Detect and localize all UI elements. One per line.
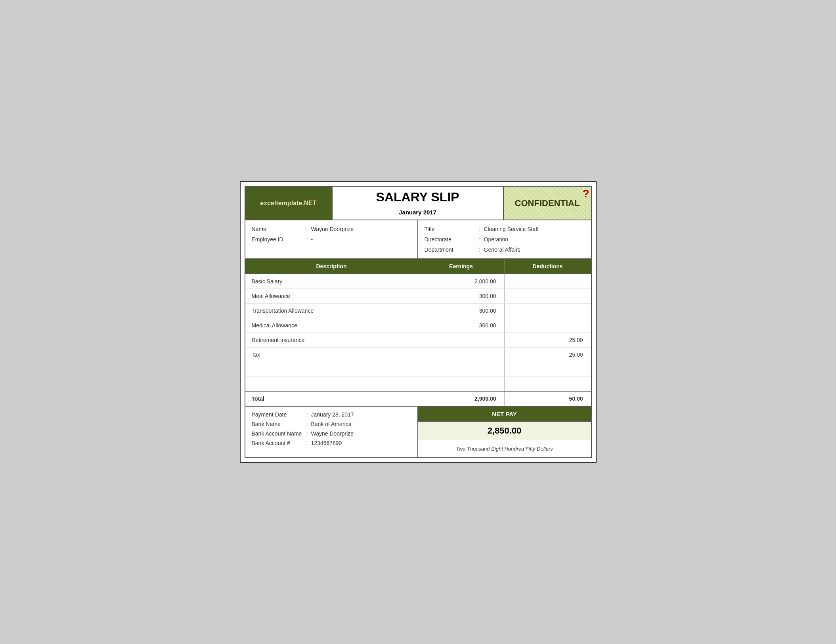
description-header: Description: [245, 259, 418, 273]
employee-id-label: Employee ID: [252, 236, 303, 243]
row-earnings-3: 300.00: [418, 318, 505, 333]
logo: exceltemplate.NET: [245, 187, 333, 220]
bank-account-number-row: Bank Account # : 1234567890: [252, 440, 411, 446]
total-row: Total 2,900.00 50.00: [245, 392, 591, 407]
deductions-header: Deductions: [505, 259, 591, 273]
bottom-section: Payment Date : January 28, 2017 Bank Nam…: [245, 407, 591, 457]
department-value: General Affairs: [484, 247, 520, 253]
bank-account-number-label: Bank Account #: [252, 440, 303, 446]
employee-info-section: Name : Wayne Doorprize Employee ID : - T…: [245, 220, 591, 259]
bank-account-name-row: Bank Account Name : Wayne Doorprize: [252, 430, 411, 437]
info-left: Name : Wayne Doorprize Employee ID : -: [245, 220, 418, 258]
row-deductions-6: [505, 362, 591, 376]
directorate-label: Directorate: [425, 236, 476, 243]
logo-text: exceltemplate.NET: [260, 200, 316, 207]
bank-name-colon: :: [303, 421, 311, 427]
payment-date-row: Payment Date : January 28, 2017: [252, 411, 411, 418]
net-pay-words: Two Thousand Eight Hundred Fifty Dollars: [418, 440, 591, 457]
bank-account-number-value: 1234567890: [311, 440, 342, 446]
name-label: Name: [252, 226, 303, 232]
header-row: exceltemplate.NET SALARY SLIP January 20…: [245, 187, 591, 220]
salary-row: Retirement Insurance 25.00: [245, 333, 591, 348]
directorate-row: Directorate : Operation: [425, 236, 585, 243]
row-earnings-5: [418, 348, 505, 362]
row-description-4: Retirement Insurance: [245, 333, 418, 347]
name-value: Wayne Doorprize: [311, 226, 354, 232]
salary-rows: Basic Salary 2,000.00 Meal Allowance 300…: [245, 274, 591, 392]
title-colon: :: [476, 226, 484, 232]
salary-row: Meal Allowance 300.00: [245, 289, 591, 304]
row-earnings-2: 300.00: [418, 304, 505, 318]
employee-id-value: -: [311, 236, 313, 243]
row-description-0: Basic Salary: [245, 274, 418, 289]
department-row: Department : General Affairs: [425, 247, 585, 253]
salary-row: Medical Allowance 300.00: [245, 318, 591, 333]
title-label: Title: [425, 226, 476, 232]
row-deductions-4: 25.00: [505, 333, 591, 347]
confidential-box: ? CONFIDENTIAL: [504, 187, 591, 220]
net-pay-header: NET PAY: [418, 407, 591, 422]
bank-account-name-label: Bank Account Name: [252, 430, 303, 437]
salary-row: [245, 376, 591, 391]
row-description-2: Transportation Allowance: [245, 304, 418, 318]
net-pay-amount: 2,850.00: [418, 422, 591, 440]
department-colon: :: [476, 247, 484, 253]
row-earnings-4: [418, 333, 505, 347]
confidential-text: CONFIDENTIAL: [515, 198, 580, 208]
total-earnings: 2,900.00: [418, 392, 505, 406]
payment-date-colon: :: [303, 411, 311, 418]
salary-row: [245, 362, 591, 376]
total-label: Total: [245, 392, 418, 406]
salary-slip-page: exceltemplate.NET SALARY SLIP January 20…: [240, 181, 597, 463]
name-row: Name : Wayne Doorprize: [252, 226, 411, 232]
payment-date-label: Payment Date: [252, 411, 303, 418]
row-description-5: Tax: [245, 348, 418, 362]
row-deductions-5: 25.00: [505, 348, 591, 362]
info-right: Title : Cleaning Service Staff Directora…: [418, 220, 591, 258]
row-deductions-0: [505, 274, 591, 289]
salary-row: Basic Salary 2,000.00: [245, 274, 591, 289]
name-colon: :: [303, 226, 311, 232]
row-description-6: [245, 362, 418, 376]
table-header: Description Earnings Deductions: [245, 259, 591, 274]
salary-row: Tax 25.00: [245, 348, 591, 362]
earnings-header: Earnings: [418, 259, 505, 273]
payment-info: Payment Date : January 28, 2017 Bank Nam…: [245, 407, 418, 457]
title-value: Cleaning Service Staff: [484, 226, 539, 232]
employee-id-row: Employee ID : -: [252, 236, 411, 243]
row-earnings-1: 300.00: [418, 289, 505, 303]
row-deductions-3: [505, 318, 591, 333]
row-earnings-0: 2,000.00: [418, 274, 505, 289]
row-earnings-6: [418, 362, 505, 376]
row-earnings-7: [418, 376, 505, 391]
row-deductions-2: [505, 304, 591, 318]
outer-border: exceltemplate.NET SALARY SLIP January 20…: [245, 186, 592, 458]
question-mark-icon: ?: [582, 187, 589, 200]
bank-account-name-colon: :: [303, 430, 311, 437]
row-deductions-1: [505, 289, 591, 303]
bank-account-number-colon: :: [303, 440, 311, 446]
bank-name-row: Bank Name : Bank of America: [252, 421, 411, 427]
salary-slip-date: January 2017: [333, 207, 503, 220]
employee-id-colon: :: [303, 236, 311, 243]
total-deductions: 50.00: [505, 392, 591, 406]
salary-slip-title: SALARY SLIP: [376, 187, 459, 205]
directorate-value: Operation: [484, 236, 508, 243]
directorate-colon: :: [476, 236, 484, 243]
net-pay-section: NET PAY 2,850.00 Two Thousand Eight Hund…: [418, 407, 591, 457]
title-row: Title : Cleaning Service Staff: [425, 226, 585, 232]
header-center: SALARY SLIP January 2017: [333, 187, 504, 220]
bank-account-name-value: Wayne Doorprize: [311, 430, 354, 437]
bank-name-label: Bank Name: [252, 421, 303, 427]
row-description-7: [245, 376, 418, 391]
salary-row: Transportation Allowance 300.00: [245, 304, 591, 318]
row-description-1: Meal Allowance: [245, 289, 418, 303]
row-deductions-7: [505, 376, 591, 391]
payment-date-value: January 28, 2017: [311, 411, 354, 418]
department-label: Department: [425, 247, 476, 253]
bank-name-value: Bank of America: [311, 421, 352, 427]
row-description-3: Medical Allowance: [245, 318, 418, 333]
